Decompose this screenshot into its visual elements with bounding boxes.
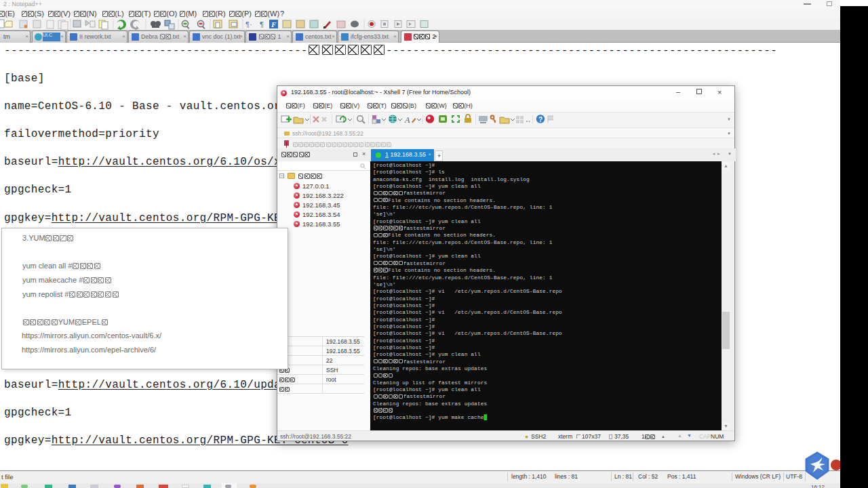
svg-text:¶·: ¶· [245,20,252,28]
svg-text:A: A [404,115,410,125]
svg-text:?: ? [538,116,542,123]
svg-text:¶: ¶ [260,20,264,28]
svg-text:F: F [271,20,277,28]
